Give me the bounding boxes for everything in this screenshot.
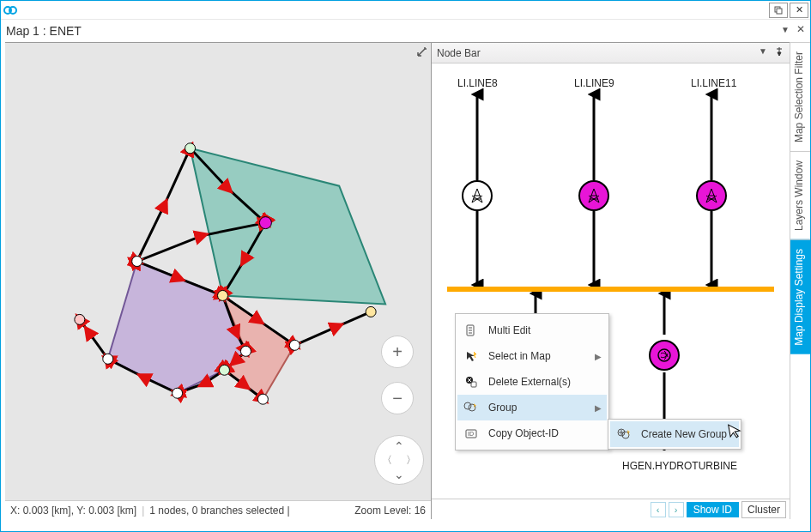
svg-point-18: [75, 314, 85, 324]
app-logo-icon: [1, 1, 20, 20]
tower-node-icon[interactable]: [462, 180, 493, 211]
tab-map-display-settings[interactable]: Map Display Settings: [790, 239, 810, 354]
tower-node-icon[interactable]: [696, 180, 727, 211]
zoom-level-label: Zoom Level: 16: [354, 505, 426, 517]
svg-point-17: [103, 354, 113, 364]
network-graph[interactable]: [5, 43, 431, 500]
nodebar-header[interactable]: Node Bar ▼: [432, 43, 790, 63]
tab-layers-window[interactable]: Layers Window: [790, 151, 810, 239]
restore-button[interactable]: [769, 3, 788, 18]
document-tab-bar: Map 1 : ENET ▼ ✕: [1, 20, 810, 42]
mouse-cursor-icon: [726, 421, 742, 440]
zoom-out-button[interactable]: −: [381, 382, 414, 414]
svg-point-15: [257, 394, 268, 404]
tab-map-selection-filter[interactable]: Map Selection Filter: [790, 42, 810, 151]
submenu-arrow-icon: ▶: [595, 403, 602, 413]
cluster-button[interactable]: Cluster: [741, 501, 786, 518]
zoom-in-button[interactable]: +: [381, 336, 414, 368]
prev-button[interactable]: ‹: [651, 502, 666, 517]
svg-text:ID: ID: [468, 431, 474, 437]
nodebar-title: Node Bar: [437, 47, 481, 59]
svg-point-13: [240, 346, 251, 356]
tower-node-icon[interactable]: [578, 180, 609, 211]
window-controls: ✕: [769, 3, 810, 18]
delete-icon: [463, 373, 480, 390]
svg-point-8: [259, 217, 271, 229]
document-icon: [463, 322, 480, 339]
ctx-select-in-map[interactable]: Select in Map ▶: [457, 343, 607, 369]
ctx-copy-object-id[interactable]: ID Copy Object-ID: [457, 420, 607, 446]
nodebar-footer: ‹ › Show ID Cluster: [432, 499, 790, 519]
show-id-button[interactable]: Show ID: [687, 502, 739, 517]
svg-point-10: [218, 290, 228, 300]
ctx-delete-externals[interactable]: Delete External(s): [457, 369, 607, 395]
map-status-bar: X: 0.003 [km], Y: 0.003 [km] | 1 nodes, …: [5, 500, 431, 519]
selection-label: 1 nodes, 0 branches selected |: [149, 505, 289, 517]
generator-label: HGEN.HYDROTURBINE: [622, 460, 737, 472]
ctx-group[interactable]: Group ▶: [457, 395, 607, 420]
context-submenu[interactable]: Create New Group: [608, 419, 741, 450]
pan-control[interactable]: ⌃ 〈〉 ⌄: [374, 435, 424, 485]
group-icon: [463, 399, 480, 416]
window-titlebar: ✕: [1, 1, 810, 20]
cursor-bolt-icon: [463, 348, 480, 365]
next-button[interactable]: ›: [669, 502, 684, 517]
coords-label: X: 0.003 [km], Y: 0.003 [km]: [10, 505, 136, 517]
side-tab-strip: Map Selection Filter Layers Window Map D…: [790, 42, 810, 519]
context-menu[interactable]: Multi Edit Select in Map ▶ Delete Extern…: [455, 313, 609, 450]
svg-point-7: [185, 143, 196, 154]
svg-point-14: [219, 365, 229, 375]
svg-marker-4: [191, 148, 386, 305]
busbar[interactable]: [447, 287, 774, 292]
svg-point-36: [464, 402, 471, 409]
pin-icon[interactable]: [774, 46, 784, 59]
id-icon: ID: [463, 425, 480, 442]
tab-close-icon[interactable]: ✕: [796, 23, 805, 35]
ctx-create-new-group[interactable]: Create New Group: [610, 421, 739, 447]
map-canvas[interactable]: + − ⌃ 〈〉 ⌄: [5, 43, 431, 500]
group-plus-icon: [615, 426, 632, 443]
svg-point-11: [289, 340, 300, 350]
svg-point-9: [132, 257, 142, 267]
submenu-arrow-icon: ▶: [595, 352, 602, 361]
svg-point-16: [172, 388, 183, 398]
svg-rect-35: [471, 382, 476, 387]
svg-rect-3: [777, 9, 782, 14]
ctx-multi-edit[interactable]: Multi Edit: [457, 317, 607, 343]
document-tab-title[interactable]: Map 1 : ENET: [6, 24, 82, 38]
svg-point-12: [366, 306, 376, 317]
map-panel: + − ⌃ 〈〉 ⌄ X: 0.003 [km], Y: 0.003 [km] …: [5, 42, 432, 519]
nodebar-panel: Node Bar ▼ LI.LINE8 LI.LINE9 LI.LINE11: [432, 42, 790, 519]
panel-dropdown-icon[interactable]: ▼: [759, 46, 767, 59]
close-button[interactable]: ✕: [790, 3, 808, 18]
tab-dropdown-icon[interactable]: ▼: [781, 25, 790, 34]
turbine-node-icon[interactable]: [649, 340, 680, 371]
nodebar-canvas[interactable]: LI.LINE8 LI.LINE9 LI.LINE11: [432, 63, 790, 499]
